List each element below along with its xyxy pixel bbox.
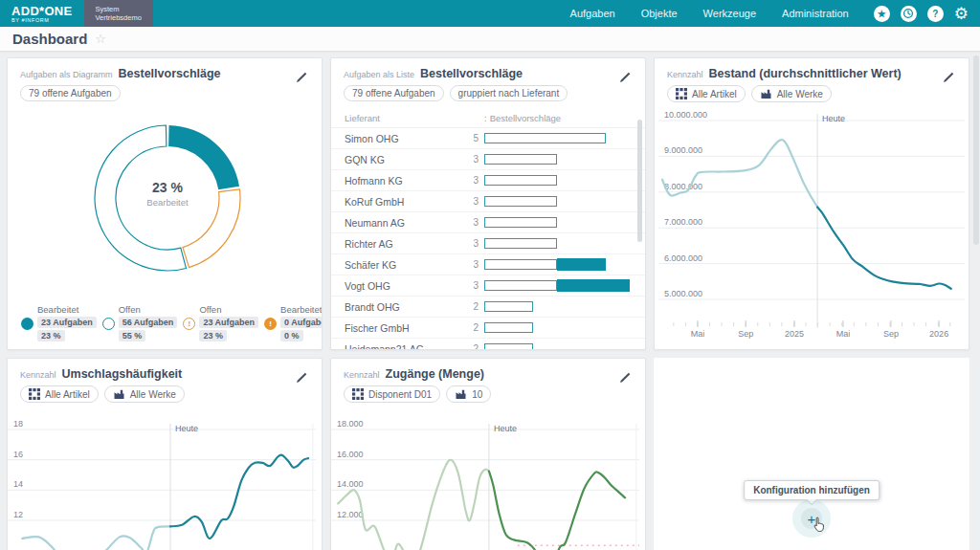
articles-grid-icon [676,88,687,99]
filter-badge-label: Disponent D01 [368,389,432,400]
table-row[interactable]: GQN KG3 [331,149,645,170]
edit-card-button[interactable] [941,71,955,89]
svg-text:16: 16 [13,450,23,459]
bestellvorschlaege-donut-chart[interactable] [8,105,323,297]
nav-link-objekte[interactable]: Objekte [641,8,678,19]
edit-card-button[interactable] [294,371,308,389]
topbar-help-icon[interactable]: ? [927,6,944,22]
count-bar-outline [484,133,606,143]
bestellvorschlaege-count: 2 [457,301,479,312]
count-bar [484,342,533,350]
card-add-configuration: Konfiguration hinzufügen + [654,358,969,550]
factory-icon [760,89,772,99]
donut-segment-bearbeitet[interactable] [168,125,239,189]
pencil-icon [617,371,632,385]
svg-text:6.000.000: 6.000.000 [664,253,702,263]
topbar-favorites-icon[interactable]: ★ [874,6,890,22]
column-header-lieferant[interactable]: Lieferant [345,113,484,123]
zugaenge-line-chart: 18.00016.00014.00012.000Heute [331,410,646,550]
articles-icon [29,388,40,400]
table-row[interactable]: Fischer GmbH2 [331,318,645,339]
topbar-icon-buttons: ★?⚙ [874,0,969,27]
bestellvorschlaege-count: 3 [457,154,479,165]
filter-badge-articles[interactable]: Alle Artikel [20,385,99,403]
table-row[interactable]: Hofmann KG3 [331,170,645,191]
filter-badge-label: 10 [472,389,482,400]
edit-card-button[interactable] [617,71,632,89]
grouping-badge: gruppiert nach Lieferant [450,85,568,101]
count-bar-outline [484,217,557,228]
series-prognose [489,472,625,550]
system-label-line2: Vertriebsdemo [96,13,142,22]
svg-text:18: 18 [13,419,23,429]
legend-item: Bearbeitet!0 Aufgaben0 % [258,304,323,343]
card-zugaenge-menge: Kennzahl Zugänge (Menge) Disponent D0110… [330,358,646,550]
filter-badge-factory[interactable]: Alle Werke [751,85,832,102]
legend-percent-badge: 55 % [119,330,146,341]
filter-badges: Alle ArtikelAlle Werke [20,385,309,403]
table-row[interactable]: Neumann AG3 [331,212,645,233]
series-vergangenheit [338,460,489,550]
column-header-bestellvorschlaege[interactable]: Bestellvorschläge [490,113,561,123]
filter-badge-articles[interactable]: Disponent D01 [344,385,440,403]
table-row[interactable]: Brandt OHG2 [331,297,645,318]
donut-segment-offen[interactable] [183,189,240,268]
nav-links: AufgabenObjekteWerkzeugeAdministration [570,0,849,27]
count-bar-outline [484,280,557,291]
factory-icon [113,389,125,400]
topbar-settings-icon[interactable]: ⚙ [954,6,969,22]
nav-link-aufgaben[interactable]: Aufgaben [570,8,615,19]
svg-text:16.000: 16.000 [337,450,364,459]
donut-segment-offen[interactable] [95,125,186,271]
table-row[interactable]: Richter AG3 [331,233,645,254]
legend-count-badge: 0 Aufgaben [280,317,323,328]
factory-icon [760,89,772,99]
articles-grid-icon [29,388,40,400]
nav-link-werkzeuge[interactable]: Werkzeuge [703,8,756,19]
page-title: Dashboard [12,31,87,47]
table-row[interactable]: KoRuf GmbH3 [331,191,645,212]
favorite-star-icon[interactable]: ☆ [95,32,106,46]
page-scrollbar-thumb[interactable] [973,55,979,245]
count-bar [484,195,557,208]
legend-count-badge: 23 Aufgaben [37,317,97,328]
svg-text:Heute: Heute [822,114,845,123]
lieferant-name: Hofmann KG [345,175,457,187]
lieferant-table-body: Simon OHG5GQN KG3Hofmann KG3KoRuf GmbH3N… [331,128,645,350]
count-bar-filled [557,279,630,292]
svg-text:10.000.000: 10.000.000 [664,110,707,120]
card-title: Umschlagshäufigkeit [62,367,183,381]
card-title: Bestand (durchschnittlicher Wert) [709,67,902,80]
bestellvorschlaege-count: 3 [457,238,479,249]
table-row[interactable]: Schäfer KG3 [331,254,645,275]
table-row[interactable]: Vogt OHG3 [331,275,645,297]
lieferant-name: Heidemann21 AG [345,343,457,351]
count-bar [484,300,533,313]
factory-icon [455,389,467,400]
edit-card-button[interactable] [294,71,308,89]
count-bar [484,174,557,187]
lieferant-name: Simon OHG [345,133,457,144]
bestellvorschlaege-count: 2 [457,343,479,350]
lieferant-name: KoRuf GmbH [345,196,457,208]
table-row[interactable]: Heidemann21 AG2 [331,339,645,350]
system-selector[interactable]: System Vertriebsdemo [84,0,153,27]
factory-icon [113,389,125,400]
lieferant-name: Brandt OHG [345,301,457,313]
svg-text:9.000.000: 9.000.000 [664,145,702,155]
table-row[interactable]: Simon OHG5 [331,128,645,149]
edit-card-button[interactable] [617,371,632,389]
topbar-history-icon[interactable] [901,6,917,22]
orange-outline-swatch-icon: ! [183,318,195,330]
filter-badge-factory[interactable]: Alle Werke [104,385,185,403]
filter-badge-factory[interactable]: 10 [446,385,491,403]
svg-text:Heute: Heute [175,424,198,433]
nav-link-administration[interactable]: Administration [782,8,849,19]
card-bestellvorschlaege-liste: Aufgaben als Liste Bestellvorschläge 79 … [330,57,646,350]
legend-item-title: Offen [199,304,258,315]
factory-icon [455,389,467,400]
list-scrollbar-thumb[interactable] [637,120,642,242]
count-bar-outline [484,259,557,270]
filter-badge-articles[interactable]: Alle Artikel [667,85,746,102]
articles-icon [352,388,364,400]
